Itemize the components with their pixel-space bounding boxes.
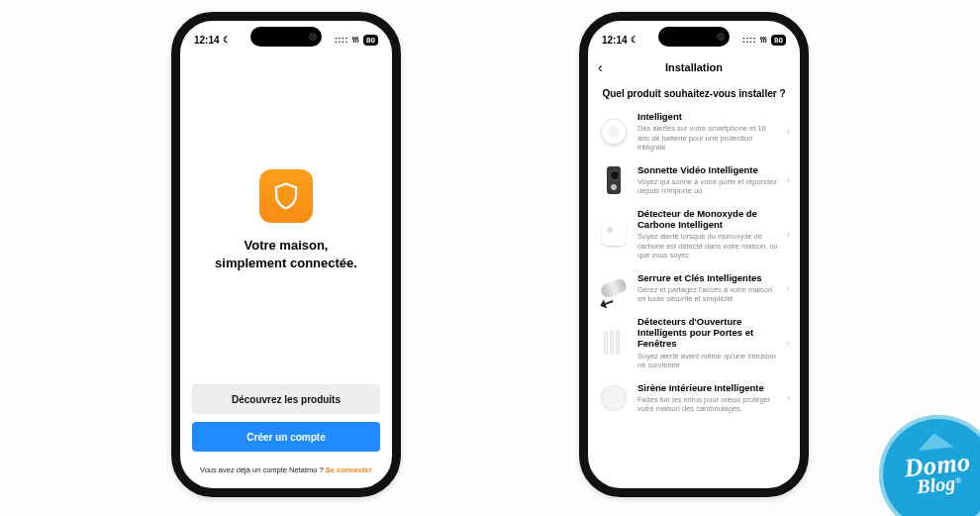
product-title: Détecteur de Monoxyde de Carbone Intelli…	[637, 208, 779, 231]
create-account-button[interactable]: Créer un compte	[192, 422, 380, 452]
install-question: Quel produit souhaitez-vous installer ?	[588, 88, 800, 99]
signal-icon: ::::	[335, 35, 348, 45]
product-indoor-siren[interactable]: Sirène Intérieure IntelligenteFaites fui…	[592, 376, 796, 420]
status-time: 12:14	[194, 35, 220, 46]
phone-installation: 12:14 ☾ :::: ᯾ 80 ‹ Installation Quel pr…	[579, 12, 809, 497]
login-link[interactable]: Se connecter	[326, 465, 372, 474]
product-thumb	[598, 218, 630, 250]
product-desc: Soyez alerté lorsque du monoxyde de carb…	[637, 232, 779, 259]
phone-welcome: 12:14 ☾ :::: ᯾ 80 Votre maison, simpleme…	[171, 12, 401, 497]
product-title: Sirène Intérieure Intelligente	[637, 382, 779, 393]
login-prompt: Vous avez déjà un compte Netatmo ? Se co…	[200, 465, 372, 474]
product-title: Intelligent	[637, 111, 779, 122]
product-smart-lock[interactable]: Serrure et Clés IntelligentesGérez et pa…	[592, 266, 796, 310]
product-thumb	[598, 164, 630, 196]
product-co-detector[interactable]: Détecteur de Monoxyde de Carbone Intelli…	[592, 202, 796, 266]
chevron-right-icon: ›	[787, 338, 790, 349]
product-thumb	[598, 272, 630, 304]
battery-badge: 80	[363, 35, 378, 46]
chevron-right-icon: ›	[787, 392, 790, 403]
product-thumb	[598, 327, 630, 359]
product-door-window-sensor[interactable]: Détecteurs d'Ouverture Intelligents pour…	[592, 310, 796, 376]
dnd-moon-icon: ☾	[223, 35, 231, 45]
product-thumb	[598, 382, 630, 414]
chevron-right-icon: ›	[787, 282, 790, 293]
dynamic-island	[658, 27, 730, 47]
chevron-right-icon: ›	[787, 229, 790, 240]
chevron-right-icon: ›	[787, 174, 790, 185]
product-desc: Soyez alerté avant même qu'une intrusion…	[637, 352, 779, 370]
signal-icon: ::::	[742, 35, 756, 45]
wifi-icon: ᯾	[351, 35, 360, 45]
dnd-moon-icon: ☾	[631, 35, 638, 45]
product-video-doorbell[interactable]: Sonnette Vidéo IntelligenteVoyez qui son…	[592, 158, 796, 202]
nav-bar: ‹ Installation	[588, 52, 800, 82]
wifi-icon: ᯾	[759, 35, 768, 45]
product-thumb	[598, 116, 630, 148]
dynamic-island	[250, 27, 322, 47]
product-desc: Faites fuir les intrus pour mieux protég…	[637, 395, 779, 414]
product-desc: Gérez et partagez l'accès à votre maison…	[637, 285, 779, 304]
product-smoke-detector[interactable]: IntelligentDes alertes sur votre smartph…	[592, 105, 796, 158]
discover-products-button[interactable]: Découvrez les produits	[192, 384, 380, 414]
nav-title: Installation	[665, 61, 723, 73]
product-title: Sonnette Vidéo Intelligente	[637, 164, 779, 175]
product-list: IntelligentDes alertes sur votre smartph…	[588, 105, 800, 488]
product-title: Serrure et Clés Intelligentes	[637, 272, 779, 283]
product-desc: Voyez qui sonne à votre porte et réponde…	[637, 177, 779, 196]
back-button[interactable]: ‹	[598, 59, 603, 75]
chevron-right-icon: ›	[787, 126, 790, 137]
welcome-headline: Votre maison, simplement connectée.	[215, 237, 357, 271]
status-time: 12:14	[602, 35, 628, 46]
app-shield-icon	[259, 169, 313, 223]
battery-badge: 80	[771, 35, 786, 46]
product-desc: Des alertes sur votre smartphone et 10 a…	[637, 124, 779, 152]
product-title: Détecteurs d'Ouverture Intelligents pour…	[637, 316, 779, 350]
